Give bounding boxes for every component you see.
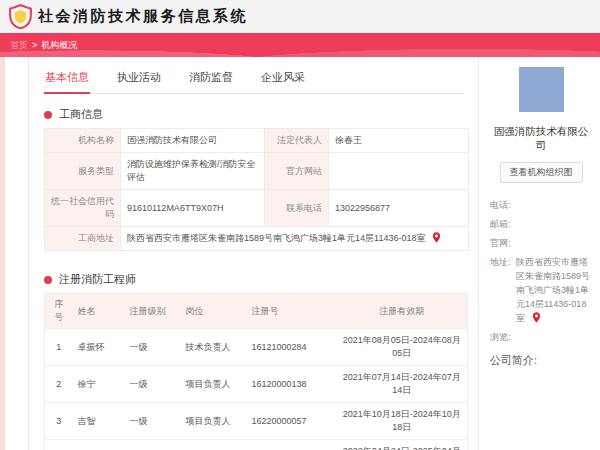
cell-name: 高敬红 xyxy=(73,440,125,450)
business-info-table: 机构名称 固强消防技术有限公司 法定代表人 徐春王 服务类型 消防设施维护保养检… xyxy=(44,128,469,251)
table-row: 4 高敬红 一级 项目负责人 13720000601 2022年04月24日-2… xyxy=(45,440,468,450)
cell-position: 项目负责人 xyxy=(181,403,247,440)
company-intro-label: 公司简介: xyxy=(490,353,592,368)
company-sidebar: 固强消防技术有限公司 查看机构组织图 电话: 邮箱: 官网: 地址: 陕西省西安… xyxy=(478,57,600,450)
contact-value xyxy=(516,199,592,213)
org-name-label: 机构名称 xyxy=(45,129,121,153)
contact-website: 官网: xyxy=(490,237,592,251)
contact-phone: 电话: xyxy=(490,199,592,213)
cell-index: 3 xyxy=(45,403,73,440)
tab-bar: 基本信息 执业活动 消防监督 企业风采 xyxy=(44,66,464,94)
main-content: 基本信息 执业活动 消防监督 企业风采 工商信息 机构名称 固强消防技术有限公司… xyxy=(28,57,478,450)
breadcrumb-bar: 首页 > 机构概况 xyxy=(0,33,600,57)
cell-position: 项目负责人 xyxy=(181,366,247,403)
cell-index: 1 xyxy=(45,329,73,366)
table-row: 2 徐宁 一级 项目负责人 16120000138 2021年07月14日-20… xyxy=(45,366,468,403)
breadcrumb: 首页 > 机构概况 xyxy=(10,39,77,52)
cell-level: 一级 xyxy=(125,366,181,403)
tab-practice-activity[interactable]: 执业活动 xyxy=(116,66,162,93)
tab-fire-supervision[interactable]: 消防监督 xyxy=(188,66,234,93)
phone-label: 联系电话 xyxy=(265,190,329,227)
sidebar-address-text: 陕西省西安市雁塔区朱雀南路1589号南飞鸿广场3幢1单元14层11436-018… xyxy=(516,257,590,323)
business-info-title-text: 工商信息 xyxy=(59,107,103,122)
contact-value xyxy=(516,218,592,232)
legal-rep-value: 徐春王 xyxy=(329,129,469,153)
cell-validity: 2021年08月05日-2024年08月05日 xyxy=(337,329,468,366)
credit-code-label: 统一社会信用代码 xyxy=(45,190,121,227)
contact-email: 邮箱: xyxy=(490,218,592,232)
contact-label: 浏览: xyxy=(490,331,516,345)
cell-reg-number: 16121000284 xyxy=(247,329,337,366)
contact-value: 陕西省西安市雁塔区朱雀南路1589号南飞鸿广场3幢1单元14层11436-018… xyxy=(516,256,592,326)
map-pin-icon[interactable] xyxy=(432,232,441,243)
contact-label: 邮箱: xyxy=(490,218,516,232)
cell-name: 卓振怀 xyxy=(73,329,125,366)
cell-index: 4 xyxy=(45,440,73,450)
address-label: 工商地址 xyxy=(45,227,121,251)
shield-logo-icon xyxy=(9,4,32,29)
business-info-section-title: 工商信息 xyxy=(44,107,478,122)
contact-value xyxy=(516,237,592,251)
cell-name: 徐宁 xyxy=(73,366,125,403)
bullet-dot-icon xyxy=(44,276,52,284)
company-photo-placeholder xyxy=(519,67,564,112)
column-header: 序号 xyxy=(45,294,73,329)
column-header: 注册有效期 xyxy=(337,294,468,329)
contact-label: 地址: xyxy=(490,256,516,326)
contact-label: 电话: xyxy=(490,199,516,213)
cell-index: 2 xyxy=(45,366,73,403)
tab-basic-info[interactable]: 基本信息 xyxy=(44,66,90,94)
breadcrumb-current: 机构概况 xyxy=(41,39,77,52)
table-row: 统一社会信用代码 91610112MA6TT9X07H 联系电话 1302295… xyxy=(45,190,469,227)
engineers-section-title: 注册消防工程师 xyxy=(44,272,478,287)
bullet-dot-icon xyxy=(44,111,52,119)
website-label: 官方网站 xyxy=(265,153,329,190)
app-header: 社会消防技术服务信息系统 xyxy=(0,0,600,33)
view-org-chart-button[interactable]: 查看机构组织图 xyxy=(500,162,583,183)
contact-views: 浏览: xyxy=(490,331,592,345)
cell-level: 一级 xyxy=(125,329,181,366)
cell-reg-number: 16220000057 xyxy=(247,403,337,440)
cell-name: 吉智 xyxy=(73,403,125,440)
cell-reg-number: 16120000138 xyxy=(247,366,337,403)
column-header: 注册号 xyxy=(247,294,337,329)
credit-code-value: 91610112MA6TT9X07H xyxy=(121,190,265,227)
address-value: 陕西省西安市雁塔区朱雀南路1589号南飞鸿广场3幢1单元14层11436-018… xyxy=(121,227,469,251)
app-title: 社会消防技术服务信息系统 xyxy=(38,7,248,26)
table-row: 机构名称 固强消防技术有限公司 法定代表人 徐春王 xyxy=(45,129,469,153)
column-header: 注册级别 xyxy=(125,294,181,329)
tab-enterprise-showcase[interactable]: 企业风采 xyxy=(260,66,306,93)
service-type-label: 服务类型 xyxy=(45,153,121,190)
engineers-table: 序号 姓名 注册级别 岗位 注册号 注册有效期 1 卓振怀 一级 技术负责人 1… xyxy=(44,293,468,450)
contact-list: 电话: 邮箱: 官网: 地址: 陕西省西安市雁塔区朱雀南路1589号南飞鸿广场3… xyxy=(490,199,592,344)
map-pin-icon[interactable] xyxy=(532,312,541,323)
legal-rep-label: 法定代表人 xyxy=(265,129,329,153)
cell-validity: 2022年04月24日-2025年04月24日 xyxy=(337,440,468,450)
cell-reg-number: 13720000601 xyxy=(247,440,337,450)
contact-value xyxy=(516,331,592,345)
cell-validity: 2021年07月14日-2024年07月14日 xyxy=(337,366,468,403)
column-header: 岗位 xyxy=(181,294,247,329)
service-type-value: 消防设施维护保养检测/消防安全评估 xyxy=(121,153,265,190)
table-header-row: 序号 姓名 注册级别 岗位 注册号 注册有效期 xyxy=(45,294,468,329)
cell-position: 技术负责人 xyxy=(181,329,247,366)
table-row: 服务类型 消防设施维护保养检测/消防安全评估 官方网站 xyxy=(45,153,469,190)
breadcrumb-home[interactable]: 首页 xyxy=(10,39,28,52)
org-name-value: 固强消防技术有限公司 xyxy=(121,129,265,153)
table-row: 工商地址 陕西省西安市雁塔区朱雀南路1589号南飞鸿广场3幢1单元14层1143… xyxy=(45,227,469,251)
table-row: 3 吉智 一级 项目负责人 16220000057 2021年10月18日-20… xyxy=(45,403,468,440)
contact-address: 地址: 陕西省西安市雁塔区朱雀南路1589号南飞鸿广场3幢1单元14层11436… xyxy=(490,256,592,326)
cell-validity: 2021年10月18日-2024年10月18日 xyxy=(337,403,468,440)
table-row: 1 卓振怀 一级 技术负责人 16121000284 2021年08月05日-2… xyxy=(45,329,468,366)
sidebar-company-name: 固强消防技术有限公司 xyxy=(490,125,592,153)
cell-level: 一级 xyxy=(125,403,181,440)
address-text: 陕西省西安市雁塔区朱雀南路1589号南飞鸿广场3幢1单元14层11436-018… xyxy=(127,233,425,243)
cell-position: 项目负责人 xyxy=(181,440,247,450)
column-header: 姓名 xyxy=(73,294,125,329)
phone-value: 13022956877 xyxy=(329,190,469,227)
cell-level: 一级 xyxy=(125,440,181,450)
page-left-margin xyxy=(0,57,5,450)
breadcrumb-separator: > xyxy=(32,40,37,50)
website-value xyxy=(329,153,469,190)
contact-label: 官网: xyxy=(490,237,516,251)
